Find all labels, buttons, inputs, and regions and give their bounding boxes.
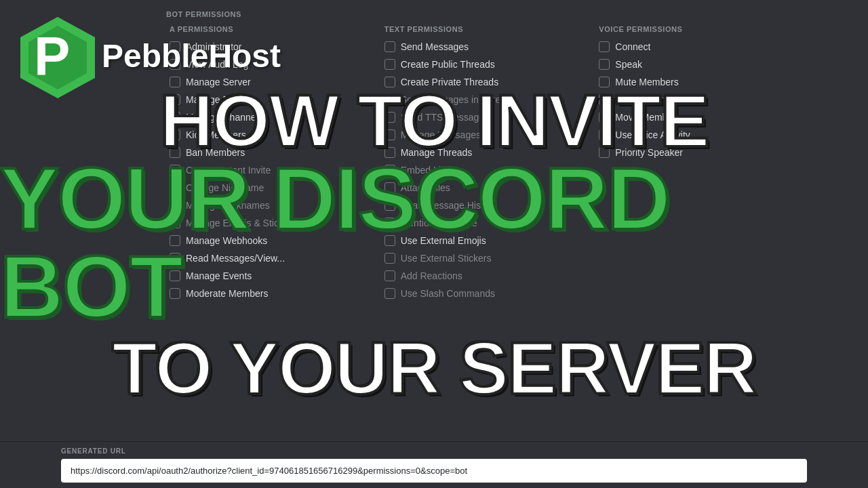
perm-label: Connect (615, 41, 650, 52)
perm-checkbox-manage-messages[interactable] (384, 129, 395, 140)
perm-item: Send Messages in Threads (384, 94, 586, 105)
perm-item: Ban Members (170, 147, 371, 158)
general-header: A PERMISSIONS (170, 25, 371, 33)
perm-label: Kick Members (186, 129, 246, 140)
perm-label: Mention Everyone (401, 218, 477, 228)
perm-item: Manage Channels (170, 112, 371, 123)
perm-checkbox-manage-roles[interactable] (170, 94, 180, 105)
perm-checkbox-connect[interactable] (599, 41, 610, 52)
perm-item: Change Nickname (170, 182, 371, 193)
perm-checkbox-moderate-members[interactable] (170, 288, 180, 299)
generated-url-input[interactable]: https://discord.com/api/oauth2/authorize… (61, 459, 807, 483)
perm-label: Manage Events (186, 270, 252, 281)
perm-item: Embed Links (384, 165, 586, 176)
perm-label: Use External Emojis (401, 235, 486, 246)
general-permissions-column: A PERMISSIONS Administrator View Audit L… (61, 25, 378, 437)
perm-checkbox-read-message-history[interactable] (384, 200, 395, 211)
perm-checkbox-manage-threads[interactable] (384, 147, 395, 158)
perm-label: Mute Members (615, 77, 678, 87)
perm-label: Moderate Members (186, 288, 268, 299)
perm-label: Manage Threads (401, 147, 473, 158)
perm-checkbox-create-private-threads[interactable] (384, 77, 395, 87)
perm-label: Speak (615, 59, 642, 70)
perm-checkbox-manage-server[interactable] (170, 77, 180, 87)
perm-checkbox-move-members[interactable] (599, 112, 610, 123)
perm-checkbox-mute-members[interactable] (599, 77, 610, 87)
voice-permissions-column: VOICE PERMISSIONS Connect Speak Mute Mem… (592, 25, 807, 437)
perm-label: Use Voice Activity (615, 129, 690, 140)
perm-item: Move Members (599, 112, 800, 123)
perm-checkbox-ban-members[interactable] (170, 147, 180, 158)
bot-permissions-header: BOT PERMISSIONS (166, 10, 807, 18)
perm-item: Manage Roles (170, 94, 371, 105)
perm-label: Manage Messages (401, 129, 481, 140)
perm-item: Deafen Members (599, 94, 800, 105)
perm-item: Use Voice Activity (599, 129, 800, 140)
perm-item: Manage Webhooks (170, 235, 371, 246)
perm-label: Manage Webhooks (186, 235, 267, 246)
perm-label: Send TTS Messages (401, 112, 489, 123)
perm-item: Manage Server (170, 77, 371, 87)
perm-checkbox-manage-events[interactable] (170, 270, 180, 281)
text-header: TEXT PERMISSIONS (384, 25, 586, 33)
perm-item: Speak (599, 59, 800, 70)
perm-label: Manage Nicknames (186, 200, 270, 211)
perm-item: Priority Speaker (599, 147, 800, 158)
perm-checkbox-embed-links[interactable] (384, 165, 395, 176)
perm-item: Send Messages (384, 41, 586, 52)
permissions-columns: A PERMISSIONS Administrator View Audit L… (61, 25, 807, 437)
perm-checkbox-create-invite[interactable] (170, 165, 180, 176)
perm-label: Create Instant Invite (186, 165, 271, 176)
perm-item: Mute Members (599, 77, 800, 87)
perm-item: Manage Emojis & Stickers (170, 218, 371, 228)
perm-item: Use External Emojis (384, 235, 586, 246)
perm-label: Embed Links (401, 165, 456, 176)
perm-checkbox-deafen-members[interactable] (599, 94, 610, 105)
perm-checkbox-change-nickname[interactable] (170, 182, 180, 193)
perm-item: Moderate Members (170, 288, 371, 299)
perm-checkbox-send-tts[interactable] (384, 112, 395, 123)
logo: P (14, 14, 102, 102)
perm-checkbox-priority-speaker[interactable] (599, 147, 610, 158)
perm-item: Use Slash Commands (384, 288, 586, 299)
perm-checkbox-add-reactions[interactable] (384, 270, 395, 281)
perm-item: Connect (599, 41, 800, 52)
perm-label: Send Messages (401, 41, 469, 52)
perm-label: Add Reactions (401, 270, 462, 281)
perm-item: Read Message History (384, 200, 586, 211)
perm-label: Attach Files (401, 182, 450, 193)
perm-checkbox-slash-commands[interactable] (384, 288, 395, 299)
main-container: P PebbleHost BOT PERMISSIONS A PERMISSIO… (0, 0, 868, 488)
perm-checkbox-manage-webhooks[interactable] (170, 235, 180, 246)
perm-item: Create Public Threads (384, 59, 586, 70)
perm-checkbox-manage-emojis[interactable] (170, 218, 180, 228)
perm-checkbox-manage-channels[interactable] (170, 112, 180, 123)
perm-checkbox-send-messages[interactable] (384, 41, 395, 52)
perm-checkbox-speak[interactable] (599, 59, 610, 70)
perm-item: Manage Threads (384, 147, 586, 158)
perm-checkbox-use-external-stickers[interactable] (384, 253, 395, 264)
perm-item: Attach Files (384, 182, 586, 193)
perm-checkbox-attach-files[interactable] (384, 182, 395, 193)
perm-checkbox-send-messages-threads[interactable] (384, 94, 395, 105)
perm-label: Manage Channels (186, 112, 263, 123)
perm-label: Ban Members (186, 147, 245, 158)
perm-item: Manage Messages (384, 129, 586, 140)
perm-label: Use Slash Commands (401, 288, 495, 299)
perm-item: Create Private Threads (384, 77, 586, 87)
perm-checkbox-mention-everyone[interactable] (384, 218, 395, 228)
perm-checkbox-use-external-emojis[interactable] (384, 235, 395, 246)
text-permissions-column: TEXT PERMISSIONS Send Messages Create Pu… (378, 25, 593, 437)
perm-checkbox-manage-nicknames[interactable] (170, 200, 180, 211)
perm-item: Send TTS Messages (384, 112, 586, 123)
perm-checkbox-use-voice-activity[interactable] (599, 129, 610, 140)
pebblehost-watermark: PebbleHost (102, 37, 281, 75)
perm-checkbox-create-public-threads[interactable] (384, 59, 395, 70)
perm-checkbox-kick-members[interactable] (170, 129, 180, 140)
perm-item: Create Instant Invite (170, 165, 371, 176)
voice-header: VOICE PERMISSIONS (599, 25, 800, 33)
perm-item: Use External Stickers (384, 253, 586, 264)
perm-item: Read Messages/View... (170, 253, 371, 264)
generated-url-bar: GENERATED URL https://discord.com/api/oa… (0, 441, 868, 488)
perm-checkbox-read-messages[interactable] (170, 253, 180, 264)
